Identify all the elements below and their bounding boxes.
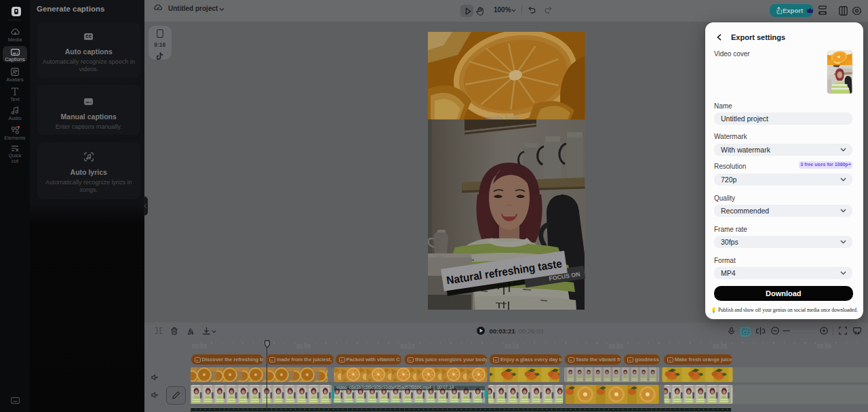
svg-text:video_c6e3b7c5f9c905c10dbef35a: video_c6e3b7c5f9c905c10dbef35ad57f8666.m… [336,386,454,391]
